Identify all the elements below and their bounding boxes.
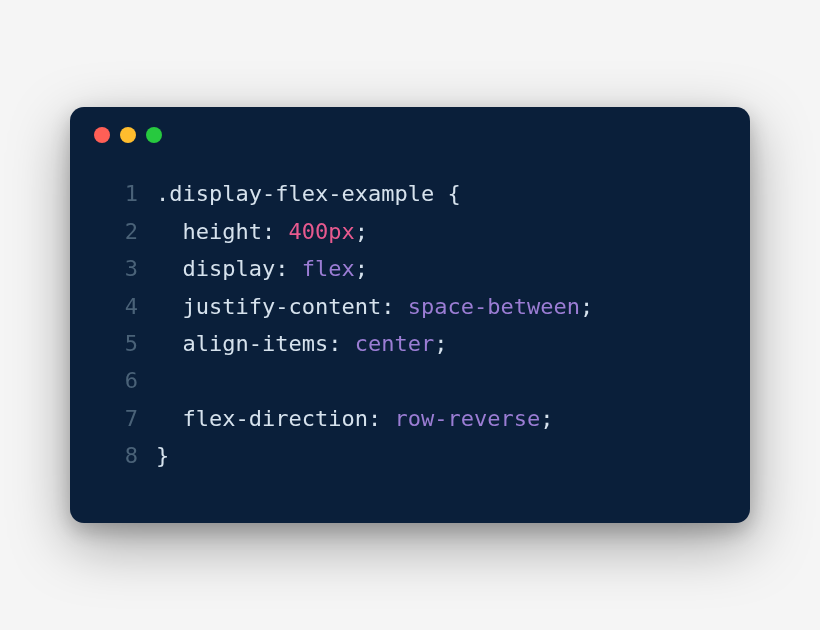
code-token: [156, 406, 183, 431]
code-line: 4 justify-content: space-between;: [102, 288, 718, 325]
code-token: :: [262, 219, 289, 244]
code-token: [156, 256, 183, 281]
code-line: 5 align-items: center;: [102, 325, 718, 362]
code-line: 8}: [102, 437, 718, 474]
window-titlebar: [70, 107, 750, 151]
code-token: ;: [580, 294, 593, 319]
line-number: 8: [102, 437, 138, 474]
code-line: 1.display-flex-example {: [102, 175, 718, 212]
code-token: [156, 219, 183, 244]
line-number: 5: [102, 325, 138, 362]
code-line: 2 height: 400px;: [102, 213, 718, 250]
code-line: 6: [102, 362, 718, 399]
line-content: height: 400px;: [156, 213, 368, 250]
line-number: 3: [102, 250, 138, 287]
code-line: 7 flex-direction: row-reverse;: [102, 400, 718, 437]
code-token: [156, 331, 183, 356]
line-content: .display-flex-example {: [156, 175, 461, 212]
line-number: 7: [102, 400, 138, 437]
code-window: 1.display-flex-example {2 height: 400px;…: [70, 107, 750, 522]
line-content: flex-direction: row-reverse;: [156, 400, 553, 437]
code-area: 1.display-flex-example {2 height: 400px;…: [70, 151, 750, 522]
line-content: display: flex;: [156, 250, 368, 287]
code-token: :: [368, 406, 395, 431]
maximize-icon[interactable]: [146, 127, 162, 143]
line-content: }: [156, 437, 169, 474]
code-token: row-reverse: [394, 406, 540, 431]
code-token: flex-direction: [183, 406, 368, 431]
code-token: display: [183, 256, 276, 281]
code-token: ;: [355, 219, 368, 244]
code-token: [156, 294, 183, 319]
code-token: {: [447, 181, 460, 206]
code-token: }: [156, 443, 169, 468]
line-content: justify-content: space-between;: [156, 288, 593, 325]
code-token: justify-content: [183, 294, 382, 319]
code-token: .display-flex-example: [156, 181, 447, 206]
line-number: 4: [102, 288, 138, 325]
line-number: 2: [102, 213, 138, 250]
code-token: ;: [434, 331, 447, 356]
code-token: :: [381, 294, 408, 319]
line-number: 6: [102, 362, 138, 399]
close-icon[interactable]: [94, 127, 110, 143]
code-token: flex: [302, 256, 355, 281]
code-line: 3 display: flex;: [102, 250, 718, 287]
code-token: ;: [355, 256, 368, 281]
code-token: ;: [540, 406, 553, 431]
line-content: align-items: center;: [156, 325, 447, 362]
code-token: space-between: [408, 294, 580, 319]
minimize-icon[interactable]: [120, 127, 136, 143]
line-number: 1: [102, 175, 138, 212]
code-token: :: [328, 331, 355, 356]
code-token: 400px: [288, 219, 354, 244]
code-token: center: [355, 331, 434, 356]
code-token: align-items: [183, 331, 329, 356]
code-token: height: [183, 219, 262, 244]
code-token: :: [275, 256, 302, 281]
